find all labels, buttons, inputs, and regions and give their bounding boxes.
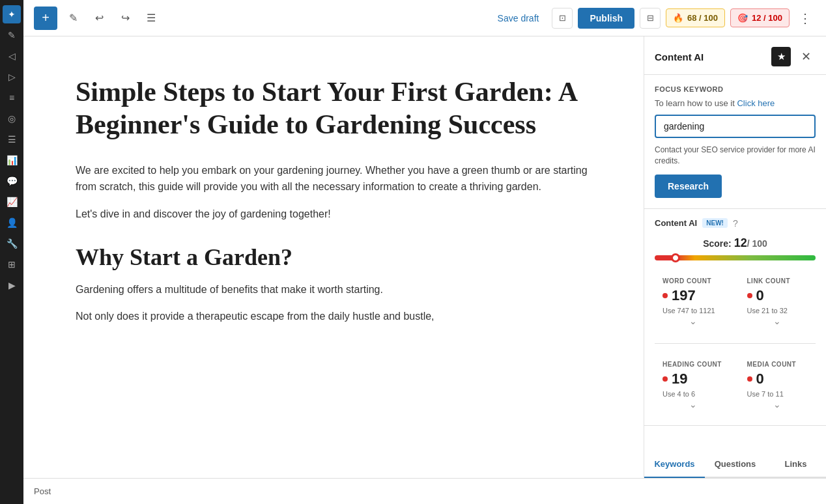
help-icon[interactable]: ? [733, 218, 738, 229]
paragraph-3[interactable]: Gardening offers a multitude of benefits… [76, 281, 591, 298]
close-panel-button[interactable]: ✕ [796, 47, 816, 66]
sidebar-icon-user[interactable]: 👤 [3, 214, 21, 232]
undo-button[interactable]: ↩ [89, 8, 109, 29]
content-score-icon: 🎯 [737, 13, 748, 23]
media-count-hint: Use 7 to 11 [747, 390, 808, 398]
seo-score-badge[interactable]: 🔥 68 / 100 [666, 8, 725, 27]
media-count-dot [747, 376, 752, 382]
bottom-bar: Post [23, 478, 826, 504]
edit-mode-button[interactable]: ✎ [63, 8, 83, 29]
sidebar-icon-menu[interactable]: ≡ [3, 89, 21, 107]
focus-keyword-hint: To learn how to use it Click here [655, 98, 816, 108]
left-sidebar: ✦ ✎ ◁ ▷ ≡ ◎ ☰ 📊 💬 📈 👤 🔧 ⊞ ▶ [0, 0, 23, 504]
link-count-expand[interactable]: ⌄ [747, 316, 808, 326]
sidebar-icon-chart[interactable]: 📈 [3, 193, 21, 211]
score-section: Score: 12/ 100 [655, 236, 816, 260]
more-options-button[interactable]: ⋮ [795, 8, 816, 29]
post-type-label: Post [34, 486, 51, 496]
media-count-value: 0 [747, 371, 808, 387]
score-number: 12 [734, 236, 747, 249]
heading-count-dot [662, 376, 668, 382]
sidebar-icon-analytics[interactable]: 📊 [3, 151, 21, 169]
paragraph-1[interactable]: We are excited to help you embark on you… [76, 162, 591, 195]
add-block-button[interactable]: + [34, 7, 57, 30]
heading-count-hint: Use 4 to 6 [662, 390, 724, 398]
post-title[interactable]: Simple Steps to Start Your First Garden:… [76, 76, 591, 141]
sidebar-icon-grid[interactable]: ⊞ [3, 255, 21, 273]
link-count-label: LINK COUNT [747, 277, 808, 285]
score-bar [655, 255, 816, 260]
media-count-label: MEDIA COUNT [747, 361, 808, 368]
word-count-card: WORD COUNT 197 Use 747 to 1121 ⌄ [655, 271, 732, 333]
stats-grid: WORD COUNT 197 Use 747 to 1121 ⌄ LINK CO… [655, 271, 816, 416]
focus-keyword-section: FOCUS KEYWORD To learn how to use it Cli… [644, 75, 826, 209]
link-count-value: 0 [747, 287, 808, 304]
focus-keyword-label: FOCUS KEYWORD [655, 85, 816, 93]
new-badge: NEW! [702, 218, 728, 228]
score-total: / 100 [747, 238, 767, 249]
panel-header: Content AI ★ ✕ [644, 36, 826, 75]
view-button[interactable]: ⊡ [552, 8, 573, 29]
seo-score-icon: 🔥 [673, 13, 683, 23]
sidebar-icon-play[interactable]: ▶ [3, 276, 21, 294]
redo-button[interactable]: ↪ [115, 8, 135, 29]
sidebar-icon-layers[interactable]: ☰ [3, 130, 21, 148]
tab-keywords[interactable]: Keywords [644, 451, 705, 478]
heading-count-label: HEADING COUNT [662, 361, 724, 368]
content-score-value: 12 / 100 [752, 13, 782, 23]
sidebar-toggle-button[interactable]: ⊟ [640, 8, 661, 29]
sidebar-icon-comment[interactable]: 💬 [3, 172, 21, 190]
heading-count-card: HEADING COUNT 19 Use 4 to 6 ⌄ [655, 354, 732, 416]
link-count-card: LINK COUNT 0 Use 21 to 32 ⌄ [739, 271, 816, 333]
link-count-dot [747, 293, 752, 298]
paragraph-4[interactable]: Not only does it provide a therapeutic e… [76, 308, 591, 325]
word-count-expand[interactable]: ⌄ [662, 316, 724, 326]
content-ai-panel: Content AI ★ ✕ FOCUS KEYWORD To learn ho… [644, 36, 826, 478]
keyword-input[interactable] [655, 115, 816, 138]
word-count-value: 197 [662, 287, 724, 304]
content-score-badge[interactable]: 🎯 12 / 100 [730, 8, 790, 27]
heading-count-value: 19 [662, 371, 724, 387]
score-indicator [671, 253, 680, 262]
list-view-button[interactable]: ☰ [141, 8, 162, 29]
tab-questions[interactable]: Questions [705, 451, 765, 478]
panel-tabs: Keywords Questions Links [644, 451, 826, 478]
panel-header-actions: ★ ✕ [771, 47, 816, 66]
word-count-label: WORD COUNT [662, 277, 724, 285]
star-button[interactable]: ★ [771, 47, 791, 66]
sidebar-icon-home[interactable]: ✦ [3, 5, 21, 23]
save-draft-button[interactable]: Save draft [490, 9, 547, 27]
tab-links[interactable]: Links [765, 451, 826, 478]
sidebar-icon-edit[interactable]: ✎ [3, 26, 21, 44]
sidebar-icon-forward[interactable]: ▷ [3, 68, 21, 86]
media-count-expand[interactable]: ⌄ [747, 399, 808, 410]
content-ai-header: Content AI NEW! ? [655, 218, 816, 229]
media-count-card: MEDIA COUNT 0 Use 7 to 11 ⌄ [739, 354, 816, 416]
paragraph-2[interactable]: Let's dive in and discover the joy of ga… [76, 206, 591, 223]
content-ai-label: Content AI [655, 218, 697, 228]
publish-button[interactable]: Publish [578, 8, 634, 29]
heading-why-garden[interactable]: Why Start a Garden? [76, 244, 591, 271]
panel-title: Content AI [655, 51, 704, 63]
word-count-hint: Use 747 to 1121 [662, 307, 724, 315]
sidebar-icon-back[interactable]: ◁ [3, 47, 21, 65]
score-text: Score: 12/ 100 [655, 236, 816, 250]
main-wrapper: + ✎ ↩ ↪ ☰ Save draft ⊡ Publish ⊟ 🔥 68 / … [23, 0, 826, 504]
word-count-dot [662, 293, 668, 298]
provider-note: Contact your SEO service provider for mo… [655, 145, 816, 167]
link-count-hint: Use 21 to 32 [747, 307, 808, 315]
research-button[interactable]: Research [655, 175, 722, 198]
click-here-link[interactable]: Click here [737, 98, 775, 108]
sidebar-icon-tools[interactable]: 🔧 [3, 234, 21, 253]
content-ai-section: Content AI NEW! ? Score: 12/ 100 [644, 209, 826, 426]
heading-count-expand[interactable]: ⌄ [662, 399, 724, 410]
seo-score-value: 68 / 100 [687, 13, 718, 23]
toolbar: + ✎ ↩ ↪ ☰ Save draft ⊡ Publish ⊟ 🔥 68 / … [23, 0, 826, 36]
sidebar-icon-target[interactable]: ◎ [3, 109, 21, 128]
post-body: We are excited to help you embark on you… [76, 162, 591, 325]
editor-area[interactable]: Simple Steps to Start Your First Garden:… [23, 36, 644, 478]
